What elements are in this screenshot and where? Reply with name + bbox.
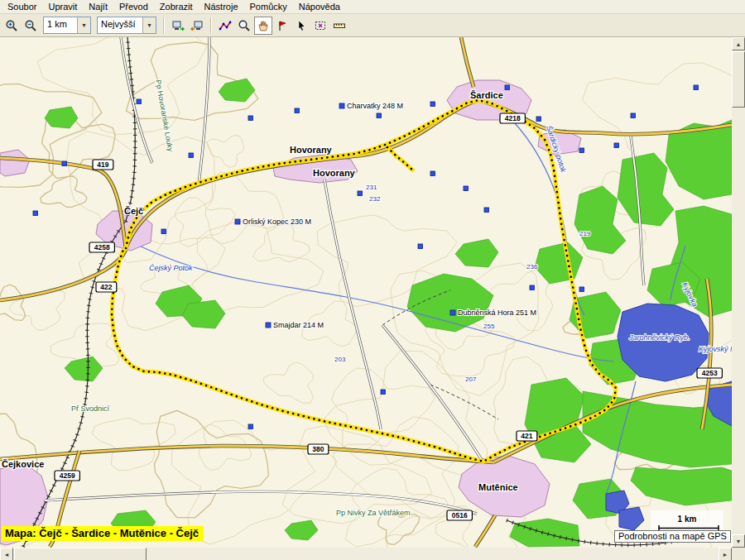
road-shield: 380 — [308, 444, 329, 454]
poi-marker[interactable] — [381, 390, 386, 395]
poi-marker[interactable] — [248, 424, 253, 429]
menu-item-soubor[interactable]: Soubor — [2, 1, 42, 12]
menu-item-pomucky[interactable]: Pomůcky — [244, 1, 293, 12]
road-shield: 422 — [96, 282, 117, 292]
map-viewport[interactable]: 41942242583804259425305164214218 Šardice… — [0, 37, 733, 548]
poi-marker[interactable] — [631, 113, 636, 118]
poi-marker[interactable] — [450, 310, 455, 315]
poi-marker[interactable] — [418, 244, 423, 249]
poi-marker[interactable] — [579, 148, 584, 153]
magnifier-icon — [238, 19, 251, 32]
horizontal-scrollbar[interactable]: ◄ ► — [0, 548, 732, 560]
chevron-down-icon[interactable]: ▼ — [77, 17, 90, 33]
poi-marker[interactable] — [33, 211, 38, 216]
scale-combobox[interactable]: 1 km ▼ — [43, 17, 91, 34]
poi-marker[interactable] — [189, 153, 194, 158]
zoom-in-icon — [5, 19, 18, 32]
zoom-in-button[interactable] — [2, 17, 21, 35]
receive-from-device-button[interactable] — [188, 17, 206, 35]
detail-combobox[interactable]: Nejvyšší ▼ — [97, 17, 156, 34]
poi-marker[interactable] — [339, 103, 344, 108]
town-label: Mutěnice — [478, 482, 518, 492]
scroll-down-button[interactable]: ▼ — [732, 534, 745, 548]
town-label: Šardice — [470, 90, 503, 100]
ruler-icon — [333, 19, 346, 32]
poi-marker[interactable] — [430, 171, 435, 176]
elevation-label: 231 — [366, 184, 377, 191]
road-shield: 4218 — [500, 113, 525, 123]
route-tool-button[interactable] — [216, 17, 234, 35]
town-label: Čejč — [124, 206, 143, 216]
poi-marker[interactable] — [248, 116, 253, 121]
poi-marker[interactable] — [505, 85, 510, 90]
waypoint-tool-button[interactable] — [273, 17, 291, 35]
poi-marker[interactable] — [484, 208, 489, 213]
hand-icon — [257, 19, 270, 32]
scrollbar-corner — [732, 548, 745, 560]
poi-label: Charvatky 248 M — [347, 102, 403, 110]
horizontal-scroll-thumb[interactable] — [14, 548, 147, 560]
poi-marker[interactable] — [161, 229, 166, 234]
poi-marker[interactable] — [62, 161, 67, 166]
poi-marker[interactable] — [694, 85, 699, 90]
detail-value: Nejvyšší — [98, 17, 142, 33]
poi-marker[interactable] — [266, 323, 271, 328]
menu-item-nastroje[interactable]: Nástroje — [199, 1, 244, 12]
elevation-label: 203 — [334, 356, 346, 363]
route-tool-icon — [219, 19, 232, 32]
road-shield: 4259 — [55, 471, 79, 481]
elevation-label: 207 — [465, 376, 477, 383]
map-area: 41942242583804259425305164214218 Šardice… — [0, 37, 745, 560]
poi-marker[interactable] — [430, 102, 435, 107]
svg-text:422: 422 — [100, 283, 112, 291]
scroll-right-button[interactable]: ► — [719, 548, 732, 560]
zoom-out-button[interactable] — [22, 17, 40, 35]
svg-text:4258: 4258 — [94, 243, 110, 251]
poi-marker[interactable] — [377, 113, 382, 118]
poi-marker[interactable] — [614, 143, 619, 148]
select-map-tool-button[interactable] — [311, 17, 329, 35]
poi-marker[interactable] — [295, 108, 300, 113]
menu-item-najit[interactable]: Najít — [83, 1, 113, 12]
send-to-device-icon — [171, 19, 185, 32]
vertical-scroll-thumb[interactable] — [732, 51, 745, 108]
poi-marker[interactable] — [464, 186, 469, 191]
toolbar-separator — [210, 17, 212, 34]
scroll-left-button[interactable]: ◄ — [0, 548, 13, 560]
menu-item-prevod[interactable]: Převod — [113, 1, 154, 12]
poi-marker[interactable] — [235, 219, 240, 224]
town-label: Hovorany — [290, 145, 333, 155]
selection-tool-button[interactable] — [292, 17, 310, 35]
poi-marker[interactable] — [358, 191, 363, 196]
measure-tool-button[interactable] — [330, 17, 348, 35]
svg-text:4259: 4259 — [60, 471, 75, 480]
svg-text:0516: 0516 — [452, 511, 468, 519]
elevation-label: 232 — [369, 195, 381, 203]
poi-marker[interactable] — [530, 285, 535, 290]
menu-item-zobrazit[interactable]: Zobrazit — [154, 1, 199, 12]
menu-item-upravit[interactable]: Upravit — [42, 1, 83, 12]
poi-marker[interactable] — [536, 117, 541, 122]
svg-text:380: 380 — [312, 445, 324, 453]
zoom-tool-button[interactable] — [235, 17, 253, 35]
scroll-up-button[interactable]: ▲ — [732, 37, 745, 50]
send-to-device-button[interactable] — [169, 17, 187, 35]
vertical-scrollbar[interactable]: ▲ ▼ — [732, 37, 745, 548]
town-label: Čejkovice — [2, 459, 44, 469]
zoom-out-icon — [24, 19, 37, 32]
receive-from-device-icon — [190, 19, 204, 32]
menu-item-napoveda[interactable]: Nápověda — [293, 1, 346, 12]
map-label: Př Svodnicí — [71, 404, 110, 413]
map-title-label: Mapa: Čejč - Šardice - Mutěnice - Čejč — [2, 526, 204, 541]
poi-marker[interactable] — [137, 99, 142, 104]
poi-label: Smajdar 214 M — [273, 321, 324, 329]
cursor-arrow-icon — [295, 19, 308, 32]
pan-tool-button[interactable] — [254, 17, 272, 35]
chevron-down-icon[interactable]: ▼ — [142, 17, 156, 33]
map-label: Čejský Potok — [149, 264, 193, 272]
elevation-label: 255 — [483, 323, 495, 330]
gps-details-note: Podrobnosti na mapě GPS — [614, 530, 731, 543]
poi-marker[interactable] — [579, 287, 584, 292]
map-select-icon — [314, 19, 327, 32]
map-label: Jarohněvický Ryb. — [628, 333, 690, 342]
